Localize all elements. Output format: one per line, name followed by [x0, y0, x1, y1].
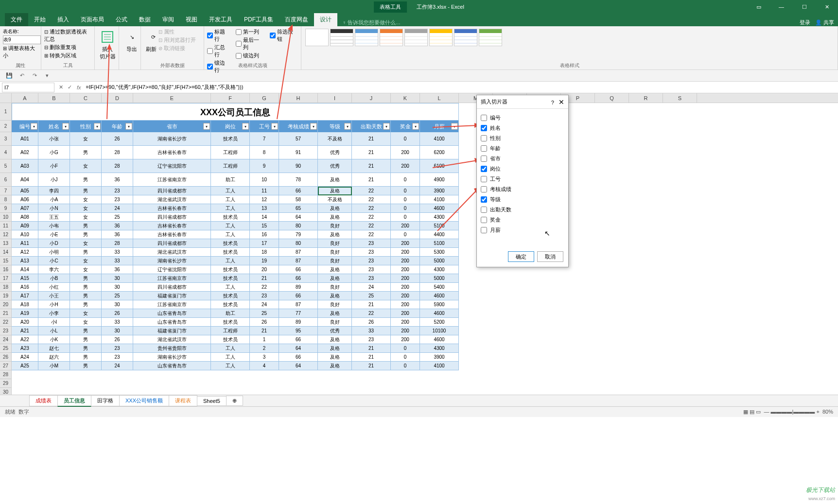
- cell[interactable]: 200: [391, 300, 420, 309]
- row-header-7[interactable]: 7: [0, 187, 12, 195]
- cell[interactable]: A19: [12, 309, 38, 318]
- new-sheet-button[interactable]: ⊕: [226, 396, 243, 406]
- table-header-7[interactable]: 考核成绩▾: [279, 121, 318, 132]
- cell[interactable]: 13: [250, 204, 279, 213]
- table-style-thumb-4[interactable]: [404, 29, 428, 46]
- cell[interactable]: A17: [12, 292, 38, 300]
- filter-dropdown-2[interactable]: ▾: [94, 123, 101, 130]
- cell[interactable]: 女: [70, 309, 102, 318]
- cell[interactable]: 95: [279, 327, 318, 335]
- col-header-J[interactable]: J: [352, 93, 391, 103]
- cell[interactable]: 26: [102, 335, 133, 344]
- cell[interactable]: 赵六: [38, 353, 70, 362]
- cell[interactable]: 4100: [420, 195, 459, 204]
- cell[interactable]: A14: [12, 265, 38, 274]
- close-button[interactable]: ✕: [816, 0, 838, 14]
- minimize-button[interactable]: —: [770, 0, 792, 14]
- cell[interactable]: 男: [70, 187, 102, 195]
- cell[interactable]: 23: [352, 239, 391, 248]
- table-row[interactable]: A25小M男24山东省青岛市工人464及格2104100: [12, 362, 459, 370]
- cell[interactable]: 工人: [211, 222, 250, 230]
- cell[interactable]: 66: [279, 335, 318, 344]
- cell[interactable]: 女: [70, 257, 102, 265]
- cell[interactable]: 58: [279, 195, 318, 204]
- cell[interactable]: 0: [391, 187, 420, 195]
- insert-slicer-button[interactable]: 插入 切片器: [98, 28, 117, 62]
- slicer-option-9[interactable]: 出勤天数: [481, 205, 564, 215]
- cell[interactable]: 4600: [420, 204, 459, 213]
- cell[interactable]: 小K: [38, 335, 70, 344]
- filter-dropdown-7[interactable]: ▾: [310, 123, 317, 130]
- cell[interactable]: 男: [70, 292, 102, 300]
- cell[interactable]: 200: [391, 222, 420, 230]
- table-header-4[interactable]: 省市▾: [133, 121, 211, 132]
- cell[interactable]: 33: [102, 318, 133, 327]
- cell[interactable]: 0: [391, 344, 420, 353]
- cell[interactable]: 5100: [420, 239, 459, 248]
- table-header-8[interactable]: 等级▾: [318, 121, 352, 132]
- row-header-21[interactable]: 21: [0, 309, 12, 318]
- cell[interactable]: 25: [102, 292, 133, 300]
- dialog-help-icon[interactable]: ?: [551, 100, 554, 105]
- cell[interactable]: 工程师: [211, 146, 250, 159]
- table-style-thumb-1[interactable]: [330, 29, 353, 46]
- cell[interactable]: 山东省青岛市: [133, 318, 211, 327]
- cell[interactable]: 5200: [420, 318, 459, 327]
- view-break-icon[interactable]: ▭: [756, 409, 761, 415]
- cell[interactable]: 及格: [318, 230, 352, 239]
- cell[interactable]: 5000: [420, 257, 459, 265]
- cell[interactable]: 及格: [318, 204, 352, 213]
- cell[interactable]: 26: [250, 318, 279, 327]
- cell[interactable]: 11: [250, 187, 279, 195]
- cell[interactable]: 及格: [318, 173, 352, 187]
- filter-dropdown-3[interactable]: ▾: [125, 123, 132, 130]
- col-header-H[interactable]: H: [279, 93, 318, 103]
- cell[interactable]: 22: [250, 283, 279, 292]
- cell[interactable]: 28: [102, 146, 133, 159]
- cell[interactable]: 小G: [38, 146, 70, 159]
- cell[interactable]: 4600: [420, 292, 459, 300]
- cell[interactable]: 66: [279, 353, 318, 362]
- cell[interactable]: 91: [279, 146, 318, 159]
- cell[interactable]: 及格: [318, 344, 352, 353]
- cell[interactable]: 18: [250, 248, 279, 257]
- tab-data[interactable]: 数据: [133, 13, 157, 26]
- name-box[interactable]: [2, 83, 54, 92]
- cell[interactable]: 男: [70, 353, 102, 362]
- cell[interactable]: 女: [70, 195, 102, 204]
- cell[interactable]: 技术员: [211, 300, 250, 309]
- cell[interactable]: A13: [12, 257, 38, 265]
- cell[interactable]: 4600: [420, 335, 459, 344]
- cell[interactable]: 21: [250, 274, 279, 283]
- cell[interactable]: 36: [102, 265, 133, 274]
- col-header-E[interactable]: E: [133, 93, 211, 103]
- cell[interactable]: 64: [279, 362, 318, 370]
- cell[interactable]: A08: [12, 213, 38, 222]
- undo-icon[interactable]: ↶: [17, 71, 26, 80]
- col-header-D[interactable]: D: [102, 93, 133, 103]
- cell[interactable]: 湖南省长沙市: [133, 132, 211, 146]
- cell[interactable]: 良好: [318, 248, 352, 257]
- filter-dropdown-0[interactable]: ▾: [31, 123, 37, 130]
- ribbon-options-icon[interactable]: ▭: [748, 0, 769, 14]
- cell[interactable]: 技术员: [211, 318, 250, 327]
- cell[interactable]: 小C: [38, 257, 70, 265]
- cell[interactable]: 四川省成都市: [133, 283, 211, 292]
- tab-design[interactable]: 设计: [314, 13, 337, 26]
- row-header-2[interactable]: 2: [0, 121, 12, 132]
- cell[interactable]: 64: [279, 344, 318, 353]
- cell[interactable]: 技术员: [211, 292, 250, 300]
- header-row-check[interactable]: 标题行: [207, 28, 230, 43]
- cell[interactable]: 77: [279, 309, 318, 318]
- cell[interactable]: 30: [102, 327, 133, 335]
- table-style-thumb-6[interactable]: [454, 29, 477, 46]
- table-header-0[interactable]: 编号▾: [12, 121, 38, 132]
- row-header-24[interactable]: 24: [0, 335, 12, 344]
- cell[interactable]: 不及格: [318, 195, 352, 204]
- cell[interactable]: A10: [12, 230, 38, 239]
- cell[interactable]: 0: [391, 230, 420, 239]
- view-normal-icon[interactable]: ▦: [743, 409, 748, 415]
- cell[interactable]: 23: [250, 292, 279, 300]
- cell[interactable]: 21: [352, 300, 391, 309]
- cell[interactable]: 1: [250, 335, 279, 344]
